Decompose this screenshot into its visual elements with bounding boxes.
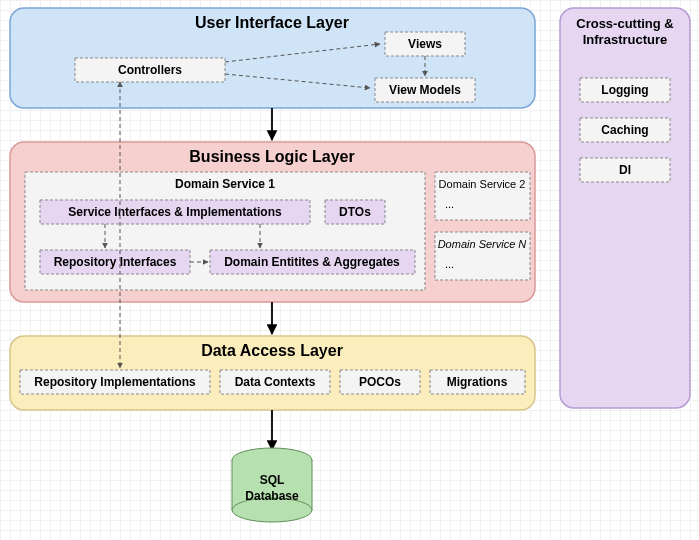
ds2-title: Domain Service 2: [439, 178, 526, 190]
data-access-layer: Data Access Layer Repository Implementat…: [10, 336, 535, 410]
cross-title-1: Cross-cutting &: [576, 16, 674, 31]
logging-box: Logging: [580, 78, 670, 102]
domain-entities-box: Domain Entitites & Aggregates: [210, 250, 415, 274]
dsN-title: Domain Service N: [438, 238, 527, 250]
ui-layer-title: User Interface Layer: [195, 14, 349, 31]
views-label: Views: [408, 37, 442, 51]
pocos-label: POCOs: [359, 375, 401, 389]
caching-label: Caching: [601, 123, 648, 137]
data-contexts-box: Data Contexts: [220, 370, 330, 394]
domain-service-n: Domain Service N ...: [435, 232, 530, 280]
views-box: Views: [385, 32, 465, 56]
view-models-label: View Models: [389, 83, 461, 97]
caching-box: Caching: [580, 118, 670, 142]
dal-title: Data Access Layer: [201, 342, 343, 359]
business-logic-layer: Business Logic Layer Domain Service 1 Se…: [10, 142, 535, 302]
service-interfaces-label: Service Interfaces & Implementations: [68, 205, 282, 219]
migrations-label: Migrations: [447, 375, 508, 389]
pocos-box: POCOs: [340, 370, 420, 394]
dtos-box: DTOs: [325, 200, 385, 224]
controllers-box: Controllers: [75, 58, 225, 82]
db-label-2: Database: [245, 489, 299, 503]
domain-entities-label: Domain Entitites & Aggregates: [224, 255, 400, 269]
cross-title-2: Infrastructure: [583, 32, 668, 47]
db-label-1: SQL: [260, 473, 285, 487]
sql-database: SQL Database: [232, 448, 312, 522]
view-models-box: View Models: [375, 78, 475, 102]
dtos-label: DTOs: [339, 205, 371, 219]
bll-title: Business Logic Layer: [189, 148, 354, 165]
domain-service-1: Domain Service 1 Service Interfaces & Im…: [25, 172, 425, 290]
dsN-dots: ...: [445, 258, 454, 270]
ds2-dots: ...: [445, 198, 454, 210]
repo-interfaces-label: Repository Interfaces: [54, 255, 177, 269]
service-interfaces-box: Service Interfaces & Implementations: [40, 200, 310, 224]
di-box: DI: [580, 158, 670, 182]
ds1-title: Domain Service 1: [175, 177, 275, 191]
repo-impl-box: Repository Implementations: [20, 370, 210, 394]
data-contexts-label: Data Contexts: [235, 375, 316, 389]
controllers-label: Controllers: [118, 63, 182, 77]
crosscutting-layer: Cross-cutting & Infrastructure Logging C…: [560, 8, 690, 408]
logging-label: Logging: [601, 83, 648, 97]
svg-rect-22: [560, 8, 690, 408]
ui-layer: User Interface Layer Controllers Views V…: [10, 8, 535, 108]
domain-service-2: Domain Service 2 ...: [435, 172, 530, 220]
repo-interfaces-box: Repository Interfaces: [40, 250, 190, 274]
repo-impl-label: Repository Implementations: [34, 375, 196, 389]
migrations-box: Migrations: [430, 370, 525, 394]
di-label: DI: [619, 163, 631, 177]
